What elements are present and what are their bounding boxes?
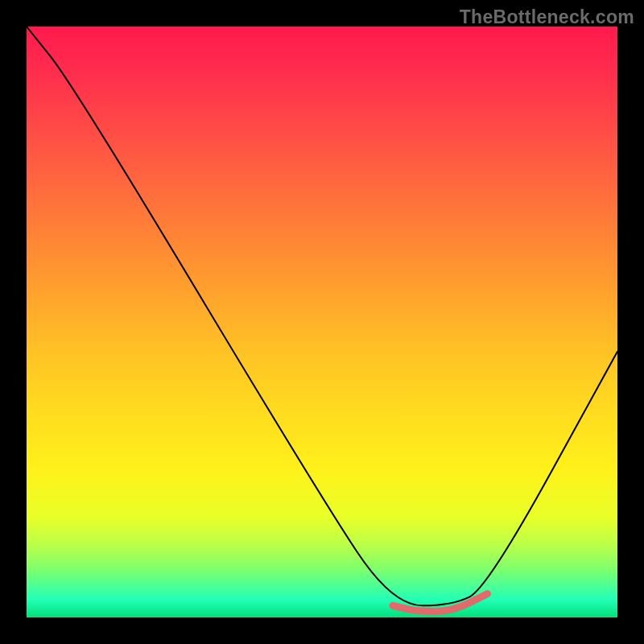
bottleneck-line-chart	[27, 27, 617, 617]
low-bottleneck-highlight	[393, 594, 487, 612]
chart-plot-area	[27, 27, 617, 617]
chart-frame: TheBottleneck.com	[0, 0, 644, 644]
bottleneck-curve-path	[27, 27, 617, 605]
watermark-text: TheBottleneck.com	[460, 6, 634, 28]
